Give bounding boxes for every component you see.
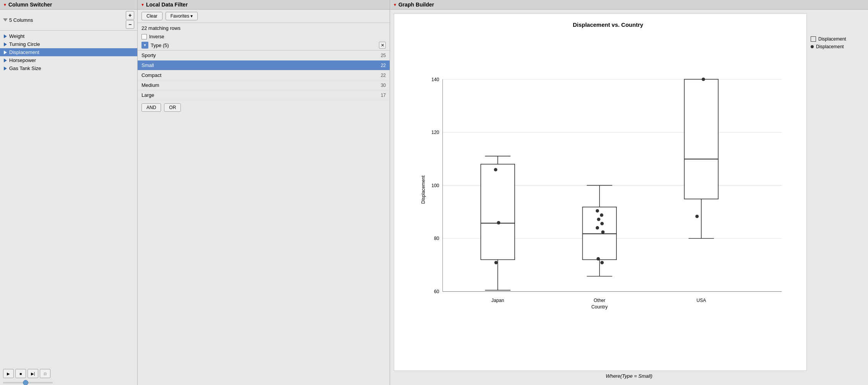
svg-text:100: 100 — [431, 183, 439, 188]
filter-row-label: Sporty — [141, 52, 381, 58]
data-filter-title: Local Data Filter — [146, 2, 188, 8]
and-button[interactable]: AND — [141, 103, 161, 112]
speed-slider[interactable] — [0, 380, 137, 385]
svg-point-30 — [597, 218, 600, 221]
filter-type-row[interactable]: Medium30 — [138, 80, 390, 90]
legend-dot-label: Displacement — [816, 44, 844, 49]
column-switcher-header: ▼ Column Switcher — [0, 0, 137, 10]
stop-button[interactable]: ■ — [15, 369, 26, 378]
svg-text:60: 60 — [434, 289, 439, 294]
column-list-item[interactable]: Displacement — [0, 48, 137, 56]
filter-type-row[interactable]: Large17 — [138, 90, 390, 100]
column-switcher-panel: ▼ Column Switcher 5 Columns + − WeightTu… — [0, 0, 138, 385]
svg-point-33 — [601, 230, 605, 234]
filter-collapse-icon[interactable]: ▼ — [141, 3, 145, 7]
boxplot-usa: USA — [684, 78, 718, 303]
column-name-label: Horsepower — [9, 57, 36, 63]
svg-rect-14 — [481, 164, 515, 260]
filter-row-label: Compact — [141, 72, 381, 78]
legend-item-dot: Displacement — [811, 44, 864, 49]
svg-point-35 — [600, 261, 604, 264]
filter-row-count: 17 — [381, 93, 386, 98]
columns-subheader: 5 Columns + − — [0, 10, 137, 31]
slider-thumb[interactable] — [23, 380, 28, 385]
filter-row-label: Small — [141, 62, 381, 68]
collapse-icon[interactable]: ▼ — [3, 3, 7, 7]
column-type-icon — [4, 42, 7, 46]
boxplot-other: Other Country — [582, 185, 616, 310]
filter-row-count: 25 — [381, 53, 386, 58]
svg-point-31 — [600, 222, 604, 225]
filter-logic: AND OR — [138, 100, 390, 115]
slider-track — [3, 382, 53, 383]
column-type-icon — [4, 51, 7, 54]
columns-count: 5 Columns — [3, 17, 33, 23]
filter-type-row[interactable]: Compact22 — [138, 70, 390, 80]
chart-title: Displacement vs. Country — [573, 21, 643, 28]
svg-rect-40 — [684, 79, 718, 199]
svg-point-42 — [695, 215, 699, 218]
graph-collapse-icon[interactable]: ▼ — [393, 3, 397, 7]
add-remove-buttons: + − — [126, 11, 134, 29]
filter-type-row[interactable]: Small22 — [138, 60, 390, 70]
svg-point-34 — [597, 257, 600, 261]
graph-builder-panel: ▼ Graph Builder Displacement vs. Country… — [390, 0, 868, 385]
type-header-label: Type (5) — [151, 42, 169, 48]
svg-point-20 — [494, 261, 498, 264]
chart-container: Displacement vs. Country Displacement 14… — [394, 13, 807, 371]
matching-rows-info: 22 matching rows — [138, 23, 390, 33]
filter-row-label: Large — [141, 92, 381, 98]
remove-column-button[interactable]: − — [126, 20, 134, 29]
inverse-checkbox[interactable] — [141, 34, 147, 39]
column-name-label: Weight — [9, 33, 24, 39]
close-filter-button[interactable]: ✕ — [379, 42, 386, 49]
step-back-button[interactable]: □ — [40, 369, 50, 378]
column-list-item[interactable]: Gas Tank Size — [0, 64, 137, 72]
data-filter-header: ▼ Local Data Filter — [138, 0, 390, 10]
svg-text:Other: Other — [594, 298, 605, 303]
boxplot-japan: Japan — [481, 156, 515, 303]
favorites-button[interactable]: Favorites ▾ — [166, 12, 198, 20]
filter-row-label: Medium — [141, 82, 381, 88]
filter-row-count: 22 — [381, 63, 386, 68]
chart-svg-area: Displacement 140 120 — [417, 32, 799, 347]
play-button[interactable]: ▶ — [3, 369, 14, 378]
graph-area: Displacement vs. Country Displacement 14… — [394, 13, 864, 371]
clear-button[interactable]: Clear — [141, 12, 163, 20]
legend-item-box: Displacement — [811, 36, 864, 42]
add-column-button[interactable]: + — [126, 11, 134, 20]
column-list-item[interactable]: Horsepower — [0, 56, 137, 64]
step-forward-button[interactable]: ▶| — [28, 369, 38, 378]
filter-type-row[interactable]: Sporty25 — [138, 51, 390, 60]
inverse-row: Inverse — [138, 33, 390, 40]
column-list-item[interactable]: Turning Circle — [0, 40, 137, 48]
legend-box-label: Displacement — [818, 36, 846, 42]
inverse-label: Inverse — [149, 34, 164, 39]
column-list-item[interactable]: Weight — [0, 32, 137, 40]
svg-point-28 — [596, 209, 599, 213]
svg-point-19 — [497, 221, 500, 225]
column-type-icon — [4, 34, 7, 38]
column-list: WeightTurning CircleDisplacementHorsepow… — [0, 31, 137, 367]
svg-text:USA: USA — [696, 298, 706, 303]
filter-dropdown-icon[interactable]: ▼ — [141, 42, 148, 49]
graph-content: Displacement vs. Country Displacement 14… — [390, 10, 868, 385]
svg-text:120: 120 — [431, 130, 439, 135]
expand-triangle-icon[interactable] — [3, 18, 8, 21]
svg-text:Country: Country — [591, 304, 608, 310]
graph-builder-header: ▼ Graph Builder — [390, 0, 868, 10]
svg-point-43 — [702, 78, 705, 81]
playback-controls: ▶ ■ ▶| □ — [0, 367, 137, 380]
chart-legend: Displacement Displacement — [811, 13, 864, 371]
or-button[interactable]: OR — [164, 103, 181, 112]
svg-point-32 — [596, 226, 599, 230]
filter-type-list: Sporty25Small22Compact22Medium30Large17 — [138, 51, 390, 100]
legend-box-icon — [811, 36, 816, 42]
filter-toolbar: Clear Favorites ▾ — [138, 10, 390, 23]
column-name-label: Turning Circle — [9, 41, 40, 47]
svg-point-29 — [600, 214, 603, 217]
column-type-icon — [4, 67, 7, 70]
chart-footer: Where(Type = Small) — [394, 371, 864, 381]
legend-dot-icon — [811, 45, 814, 48]
graph-builder-title: Graph Builder — [398, 2, 434, 8]
